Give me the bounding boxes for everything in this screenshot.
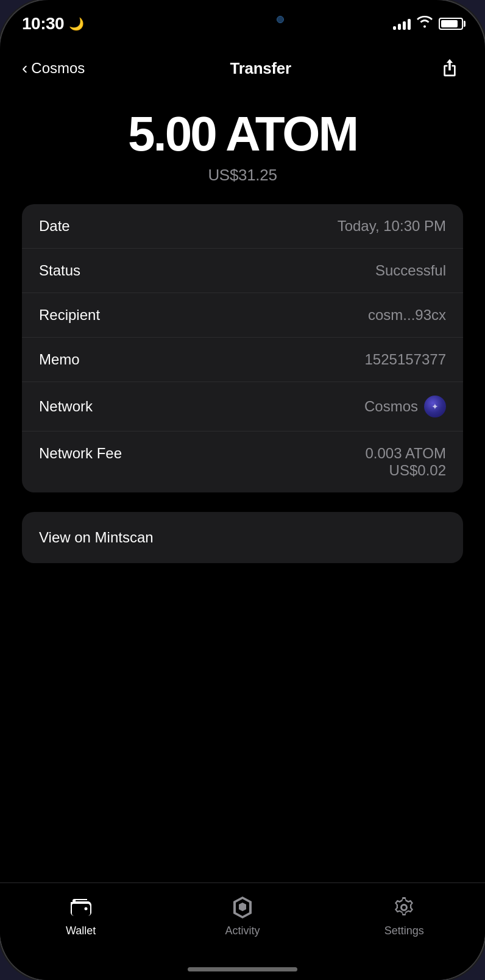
battery-icon (439, 18, 463, 30)
wallet-icon (69, 895, 93, 920)
settings-icon (392, 895, 416, 920)
fee-atom-value: 0.003 ATOM (365, 445, 446, 462)
amount-usd: US$31.25 (22, 166, 463, 185)
back-chevron-icon: ‹ (22, 59, 27, 78)
back-button[interactable]: ‹ Cosmos (22, 59, 85, 78)
signal-bar-3 (403, 21, 406, 30)
share-button[interactable] (436, 55, 463, 82)
fee-label: Network Fee (39, 445, 122, 462)
island-camera-dot (277, 16, 284, 23)
dynamic-island (194, 9, 291, 30)
details-card: Date Today, 10:30 PM Status Successful R… (22, 204, 463, 492)
mintscan-label: View on Mintscan (39, 529, 154, 546)
share-icon (441, 59, 459, 77)
detail-row-recipient: Recipient cosm...93cx (22, 293, 463, 338)
activity-tab-label: Activity (225, 925, 260, 937)
memo-value: 1525157377 (365, 351, 446, 368)
amount-section: 5.00 ATOM US$31.25 (0, 91, 485, 199)
tab-wallet[interactable]: Wallet (44, 895, 118, 937)
network-value: Cosmos (364, 398, 418, 415)
nav-header: ‹ Cosmos Transfer (0, 43, 485, 91)
tab-bar: Wallet Activity (0, 882, 485, 980)
date-label: Date (39, 218, 70, 235)
recipient-value: cosm...93cx (368, 307, 446, 324)
status-label: Status (39, 262, 80, 279)
signal-bar-2 (398, 24, 401, 30)
home-indicator (188, 967, 297, 971)
wifi-icon (417, 16, 433, 32)
signal-bars (393, 18, 411, 30)
battery-fill (441, 20, 458, 27)
tab-settings[interactable]: Settings (367, 895, 441, 937)
recipient-label: Recipient (39, 307, 100, 324)
back-label: Cosmos (31, 60, 85, 77)
detail-row-status: Status Successful (22, 249, 463, 293)
signal-bar-1 (393, 26, 396, 30)
status-time: 10:30 (22, 14, 64, 34)
cosmos-icon (424, 396, 446, 417)
detail-row-network: Network Cosmos (22, 382, 463, 431)
status-value: Successful (375, 262, 446, 279)
phone-screen: 10:30 🌙 (0, 0, 485, 980)
moon-icon: 🌙 (69, 16, 84, 31)
fee-container: 0.003 ATOM US$0.02 (365, 445, 446, 479)
detail-row-memo: Memo 1525157377 (22, 338, 463, 382)
network-label: Network (39, 398, 93, 415)
network-value-container: Cosmos (364, 396, 446, 417)
phone-frame: 10:30 🌙 (0, 0, 485, 980)
svg-point-0 (84, 907, 87, 911)
detail-row-fee: Network Fee 0.003 ATOM US$0.02 (22, 431, 463, 492)
activity-icon (230, 895, 255, 920)
mintscan-button[interactable]: View on Mintscan (22, 512, 463, 563)
date-value: Today, 10:30 PM (338, 218, 446, 235)
detail-row-date: Date Today, 10:30 PM (22, 204, 463, 249)
settings-tab-label: Settings (384, 925, 424, 937)
tab-activity[interactable]: Activity (206, 895, 279, 937)
amount-main: 5.00 ATOM (22, 110, 463, 158)
wallet-tab-label: Wallet (66, 925, 96, 937)
status-icons (393, 16, 463, 32)
fee-usd-value: US$0.02 (365, 462, 446, 479)
page-title: Transfer (230, 59, 291, 78)
signal-bar-4 (408, 19, 411, 30)
memo-label: Memo (39, 351, 80, 368)
